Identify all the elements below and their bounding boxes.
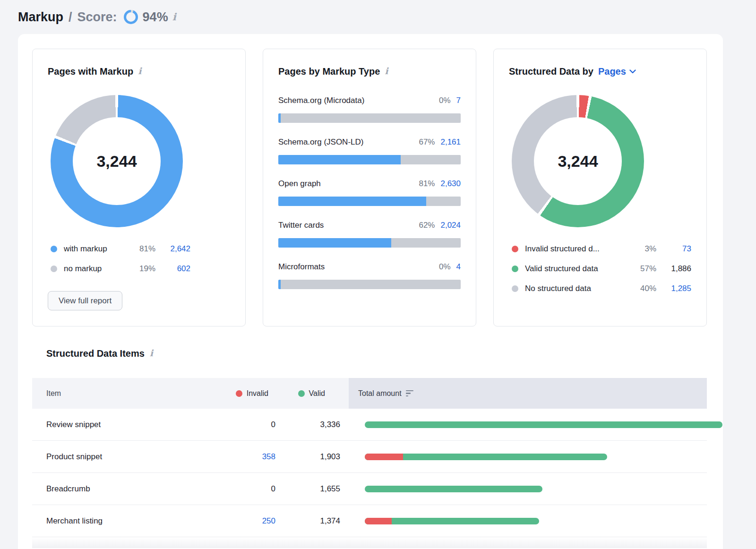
legend-value-link[interactable]: 73: [656, 244, 691, 254]
bottom-fade: [32, 537, 707, 548]
markup-type-value-link[interactable]: 4: [456, 262, 461, 272]
donut-hole: 3,244: [73, 117, 161, 205]
markup-type-row: Twitter cards 62% 2,024: [278, 221, 461, 248]
legend-value-link[interactable]: 1,285: [656, 284, 691, 293]
table-row: Product snippet 358 1,903: [32, 441, 707, 473]
markup-type-bar-fill: [278, 238, 391, 248]
invalid-count: 0: [202, 484, 275, 494]
blue-dot-icon: [51, 246, 57, 252]
markup-type-label: Open graph: [278, 179, 419, 189]
markup-type-bars: Schema.org (Microdata) 0% 7 Schema.org (…: [278, 96, 461, 289]
structured-data-items-title: Structured Data Items: [46, 348, 145, 359]
structured-data-items-info-icon[interactable]: i: [150, 349, 153, 358]
column-valid: Valid: [275, 389, 349, 398]
donut-total: 3,244: [558, 152, 598, 171]
legend-percent: 81%: [127, 244, 155, 254]
gray-dot-icon: [512, 285, 518, 292]
column-invalid-label: Invalid: [247, 389, 268, 398]
donut-hole: 3,244: [534, 117, 622, 205]
card-pages-with-markup: Pages with Markup i 3,244 with markup81%…: [32, 49, 246, 326]
summary-cards: Pages with Markup i 3,244 with markup81%…: [32, 49, 707, 326]
sort-descending-icon: [406, 390, 413, 397]
pages-with-markup-info-icon[interactable]: i: [138, 67, 141, 76]
markup-type-label: Schema.org (Microdata): [278, 96, 439, 105]
table-body: Review snippet 0 3,336 Product snippet 3…: [32, 409, 707, 537]
markup-type-bar-track: [278, 238, 461, 248]
legend-value-link[interactable]: 2,642: [155, 244, 190, 254]
markup-type-value-link[interactable]: 2,630: [440, 179, 461, 189]
total-amount-bar: [365, 454, 607, 460]
item-name: Breadcrumb: [46, 484, 202, 494]
markup-type-bar-fill: [278, 197, 426, 206]
card-title: Pages by Markup Type: [278, 66, 380, 77]
markup-type-label: Schema.org (JSON-LD): [278, 137, 419, 147]
markup-type-row: Schema.org (JSON-LD) 67% 2,161: [278, 137, 461, 164]
markup-type-row: Open graph 81% 2,630: [278, 179, 461, 206]
markup-type-value-link[interactable]: 7: [456, 96, 461, 105]
invalid-dot-icon: [236, 390, 242, 397]
donut-total: 3,244: [96, 152, 137, 171]
column-invalid: Invalid: [202, 389, 275, 398]
column-total-amount[interactable]: Total amount: [349, 378, 707, 409]
pages-by-markup-type-info-icon[interactable]: i: [385, 67, 388, 76]
markup-type-bar-track: [278, 155, 461, 164]
pages-with-markup-legend: with markup81%2,642no markup19%602: [51, 242, 190, 275]
markup-type-label: Microformats: [278, 262, 439, 272]
title-separator: /: [69, 10, 72, 25]
markup-type-bar-fill: [278, 155, 401, 164]
total-amount-bar: [365, 486, 542, 492]
gray-dot-icon: [51, 266, 57, 272]
legend-percent: 57%: [628, 264, 656, 274]
pages-with-markup-donut: 3,244: [51, 95, 183, 227]
valid-count: 1,903: [275, 452, 349, 462]
markup-type-percent: 0%: [439, 96, 451, 105]
score-ring-hole: [126, 12, 136, 22]
structured-data-legend: Invalid structured d...3%73Valid structu…: [512, 242, 691, 295]
markup-report-panel: Pages with Markup i 3,244 with markup81%…: [18, 34, 723, 549]
legend-item: No structured data40%1,285: [512, 282, 691, 295]
invalid-bar-segment: [365, 454, 403, 460]
total-bar-cell: [349, 421, 722, 428]
markup-type-percent: 81%: [419, 179, 435, 189]
column-valid-label: Valid: [309, 389, 325, 398]
legend-label: no markup: [64, 264, 127, 274]
legend-percent: 40%: [628, 284, 656, 293]
table-row: Breadcrumb 0 1,655: [32, 473, 707, 505]
invalid-count: 0: [202, 420, 275, 429]
structured-data-donut: 3,244: [512, 95, 644, 227]
legend-percent: 3%: [628, 244, 656, 254]
invalid-bar-segment: [365, 518, 392, 524]
score-ring-icon: [124, 10, 138, 24]
markup-type-value-link[interactable]: 2,024: [440, 221, 461, 230]
total-bar-cell: [349, 518, 707, 524]
markup-type-percent: 0%: [439, 262, 451, 272]
legend-percent: 19%: [127, 264, 155, 274]
valid-count: 3,336: [275, 420, 349, 429]
score-value: 94%: [143, 10, 168, 25]
score-info-icon[interactable]: i: [172, 12, 176, 22]
valid-count: 1,655: [275, 484, 349, 494]
structured-data-by-selector[interactable]: Pages: [598, 66, 636, 77]
legend-item: with markup81%2,642: [51, 242, 190, 256]
valid-dot-icon: [298, 390, 305, 397]
view-full-report-button[interactable]: View full report: [48, 291, 122, 310]
page-title: Markup: [18, 10, 63, 25]
table-header: Item Invalid Valid Total amount: [32, 378, 707, 409]
item-name: Merchant listing: [46, 516, 202, 526]
invalid-count-link[interactable]: 358: [202, 452, 275, 462]
legend-value-link[interactable]: 602: [155, 264, 190, 274]
invalid-count-link[interactable]: 250: [202, 516, 275, 526]
page-header: Markup / Score: 94% i: [0, 0, 756, 34]
markup-type-value-link[interactable]: 2,161: [440, 137, 461, 147]
table-row: Merchant listing 250 1,374: [32, 505, 707, 537]
markup-type-bar-fill: [278, 113, 281, 123]
markup-type-bar-track: [278, 197, 461, 206]
total-amount-bar: [365, 421, 722, 428]
total-bar-cell: [349, 454, 707, 460]
markup-type-row: Schema.org (Microdata) 0% 7: [278, 96, 461, 123]
markup-type-row: Microformats 0% 4: [278, 262, 461, 289]
legend-label: Valid structured data: [525, 264, 628, 274]
markup-type-bar-track: [278, 280, 461, 289]
legend-item: no markup19%602: [51, 262, 190, 275]
markup-type-label: Twitter cards: [278, 221, 419, 230]
